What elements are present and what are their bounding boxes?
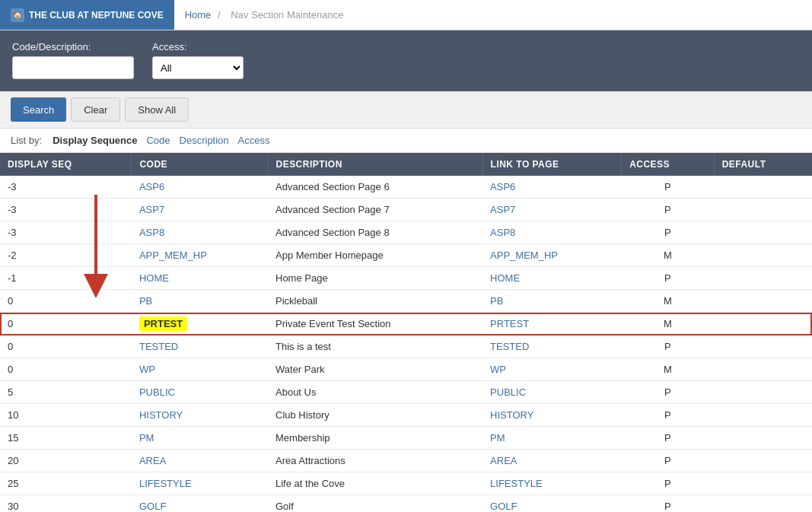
cell-description: About Us [268, 381, 482, 404]
sort-description[interactable]: Description [178, 135, 231, 146]
table-row[interactable]: 25LIFESTYLELife at the CoveLIFESTYLEP [0, 472, 812, 495]
page-link[interactable]: APP_MEM_HP [490, 250, 558, 261]
cell-link[interactable]: AREA [482, 450, 622, 472]
cell-access: P [622, 199, 715, 221]
page-link[interactable]: TESTED [490, 341, 529, 352]
page-link[interactable]: PB [490, 295, 503, 307]
cell-default [714, 176, 812, 199]
code-link[interactable]: PM [139, 432, 154, 444]
code-link[interactable]: TESTED [139, 341, 178, 352]
page-link[interactable]: ASP8 [490, 227, 515, 238]
cell-description: Pickleball [268, 290, 482, 313]
code-link[interactable]: GOLF [139, 501, 166, 512]
code-link[interactable]: ASP6 [139, 181, 164, 192]
page-link[interactable]: GOLF [490, 501, 517, 512]
cell-description: Membership [268, 427, 482, 450]
table-row[interactable]: -3ASP7Advanced Section Page 7ASP7P [0, 199, 812, 221]
page-link[interactable]: WP [490, 364, 506, 375]
cell-code[interactable]: ASP8 [132, 221, 268, 244]
cell-link[interactable]: ASP8 [482, 221, 622, 244]
page-link[interactable]: PRTEST [490, 318, 529, 329]
access-label: Access: [152, 41, 244, 52]
table-row[interactable]: -1HOMEHome PageHOMEP [0, 267, 812, 290]
code-link[interactable]: HISTORY [139, 409, 183, 421]
cell-link[interactable]: APP_MEM_HP [482, 244, 622, 267]
cell-seq: 0 [0, 336, 132, 358]
page-link[interactable]: HOME [490, 272, 520, 284]
table-row[interactable]: 0PBPickleballPBM [0, 290, 812, 313]
cell-code[interactable]: PM [132, 427, 268, 450]
cell-code[interactable]: ASP7 [132, 199, 268, 221]
cell-code[interactable]: WP [132, 358, 268, 381]
col-code: CODE [132, 153, 268, 176]
cell-code[interactable]: PRTEST [132, 313, 268, 336]
cell-link[interactable]: PUBLIC [482, 381, 622, 404]
cell-code[interactable]: ASP6 [132, 176, 268, 199]
search-button[interactable]: Search [11, 97, 66, 122]
cell-default [714, 495, 812, 513]
cell-link[interactable]: HOME [482, 267, 622, 290]
cell-link[interactable]: WP [482, 358, 622, 381]
cell-code[interactable]: HISTORY [132, 404, 268, 427]
cell-code[interactable]: PUBLIC [132, 381, 268, 404]
table-row[interactable]: -3ASP6Advanced Section Page 6ASP6P [0, 176, 812, 199]
cell-code[interactable]: LIFESTYLE [132, 472, 268, 495]
page-link[interactable]: LIFESTYLE [490, 478, 543, 489]
cell-link[interactable]: LIFESTYLE [482, 472, 622, 495]
show-all-button[interactable]: Show All [125, 97, 189, 122]
code-link[interactable]: ASP8 [139, 227, 164, 238]
access-select[interactable]: All P M [152, 56, 244, 79]
cell-code[interactable]: GOLF [132, 495, 268, 513]
cell-access: P [622, 472, 715, 495]
code-link[interactable]: APP_MEM_HP [139, 250, 207, 261]
code-link[interactable]: PUBLIC [139, 386, 175, 398]
cell-link[interactable]: PB [482, 290, 622, 313]
code-link[interactable]: LIFESTYLE [139, 478, 192, 489]
table-row[interactable]: -3ASP8Advanced Section Page 8ASP8P [0, 221, 812, 244]
page-link[interactable]: ASP6 [490, 181, 515, 192]
page-link[interactable]: AREA [490, 455, 517, 466]
code-link[interactable]: PB [139, 295, 152, 307]
code-link[interactable]: WP [139, 364, 155, 375]
sort-code[interactable]: Code [145, 135, 171, 146]
cell-code[interactable]: PB [132, 290, 268, 313]
cell-access: P [622, 495, 715, 513]
table-row[interactable]: 10HISTORYClub HistoryHISTORYP [0, 404, 812, 427]
table-row[interactable]: 15PMMembershipPMP [0, 427, 812, 450]
cell-link[interactable]: ASP7 [482, 199, 622, 221]
clear-button[interactable]: Clear [71, 97, 120, 122]
cell-seq: -3 [0, 176, 132, 199]
page-link[interactable]: HISTORY [490, 409, 533, 421]
code-link[interactable]: ASP7 [139, 204, 164, 215]
cell-link[interactable]: PM [482, 427, 622, 450]
page-link[interactable]: PUBLIC [490, 386, 526, 398]
cell-link[interactable]: TESTED [482, 336, 622, 358]
cell-seq: 20 [0, 450, 132, 472]
table-row[interactable]: -2APP_MEM_HPApp Member HomepageAPP_MEM_H… [0, 244, 812, 267]
table-row[interactable]: 0TESTEDThis is a testTESTEDP [0, 336, 812, 358]
cell-link[interactable]: ASP6 [482, 176, 622, 199]
page-link[interactable]: ASP7 [490, 204, 515, 215]
table-row[interactable]: 0PRTESTPrivate Event Test SectionPRTESTM [0, 313, 812, 336]
cell-code[interactable]: TESTED [132, 336, 268, 358]
cell-code[interactable]: HOME [132, 267, 268, 290]
table-row[interactable]: 30GOLFGolfGOLFP [0, 495, 812, 513]
sort-display-sequence[interactable]: Display Sequence [51, 135, 139, 146]
code-link[interactable]: AREA [139, 455, 166, 466]
data-table: DISPLAY SEQ CODE DESCRIPTION LINK TO PAG… [0, 153, 812, 512]
cell-code[interactable]: AREA [132, 450, 268, 472]
cell-seq: 30 [0, 495, 132, 513]
cell-code[interactable]: APP_MEM_HP [132, 244, 268, 267]
sort-access[interactable]: Access [237, 135, 272, 146]
cell-link[interactable]: PRTEST [482, 313, 622, 336]
table-row[interactable]: 5PUBLICAbout UsPUBLICP [0, 381, 812, 404]
code-input[interactable] [12, 56, 134, 79]
table-row[interactable]: 20AREAArea AttractionsAREAP [0, 450, 812, 472]
cell-link[interactable]: GOLF [482, 495, 622, 513]
cell-link[interactable]: HISTORY [482, 404, 622, 427]
page-link[interactable]: PM [490, 432, 505, 444]
brand-icon: 🏠 [11, 8, 24, 22]
code-link[interactable]: HOME [139, 272, 169, 284]
table-row[interactable]: 0WPWater ParkWPM [0, 358, 812, 381]
breadcrumb-home[interactable]: Home [185, 9, 212, 21]
